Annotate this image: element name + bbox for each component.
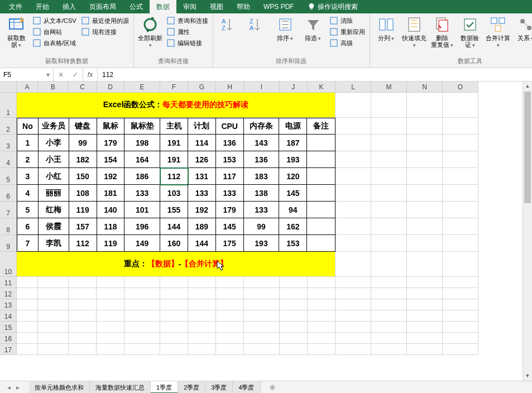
cell-A9[interactable]: 7 (17, 235, 39, 251)
name-box[interactable]: F5 ▾ (0, 68, 54, 81)
cell-B14[interactable] (38, 310, 69, 322)
cell-N17[interactable] (407, 344, 443, 355)
sheet-tab-海量数据快速汇总[interactable]: 海量数据快速汇总 (90, 381, 151, 394)
cell-O3[interactable] (443, 135, 478, 151)
cell-L5[interactable] (336, 168, 371, 185)
cell-L17[interactable] (336, 344, 371, 355)
cell-D4[interactable]: 154 (97, 151, 125, 168)
cell-L9[interactable] (336, 235, 371, 252)
cell-C15[interactable] (69, 322, 97, 333)
cell-K7[interactable] (307, 202, 335, 218)
row-header-2[interactable]: 2 (0, 118, 17, 135)
cell-K17[interactable] (308, 344, 336, 355)
cell-B9[interactable]: 李凯 (39, 235, 69, 251)
cell-B7[interactable]: 红梅 (39, 202, 69, 218)
cell-J3[interactable]: 187 (279, 135, 307, 151)
cell-G5[interactable]: 131 (188, 168, 216, 185)
col-header-B[interactable]: B (38, 82, 69, 93)
ribbon-btn-自网站[interactable]: 自网站 (31, 27, 78, 37)
cell-H15[interactable] (216, 322, 244, 333)
cell-C5[interactable]: 150 (69, 168, 97, 185)
cell-E5[interactable]: 186 (124, 168, 160, 185)
col-header-O[interactable]: O (443, 82, 478, 93)
cell-G13[interactable] (188, 299, 216, 310)
cell-A13[interactable] (17, 299, 38, 310)
cell-L14[interactable] (336, 310, 371, 322)
row-header-11[interactable]: 11 (0, 277, 17, 288)
cell-F9[interactable]: 160 (160, 235, 188, 251)
col-header-C[interactable]: C (69, 82, 97, 93)
cell-C12[interactable] (69, 288, 97, 299)
cell-N5[interactable] (407, 168, 443, 185)
cell-A15[interactable] (17, 322, 38, 333)
cell-N15[interactable] (407, 322, 443, 333)
ribbon-btn-合并计算[interactable]: 合并计算▾ (485, 16, 511, 49)
col-header-H[interactable]: H (216, 82, 244, 93)
cell-J9[interactable]: 153 (279, 235, 307, 251)
cell-O11[interactable] (443, 277, 478, 288)
cell-B8[interactable]: 侯霞 (39, 218, 69, 235)
cell-B15[interactable] (38, 322, 69, 333)
cell-N16[interactable] (407, 333, 443, 344)
scroll-up-arrow[interactable]: ▲ (523, 82, 532, 91)
ribbon-btn-自表格/区域[interactable]: 自表格/区域 (31, 38, 78, 48)
cell-E13[interactable] (124, 299, 160, 310)
cell-E12[interactable] (124, 288, 160, 299)
cancel-button[interactable]: ✕ (54, 71, 68, 79)
cell-D13[interactable] (97, 299, 124, 310)
cell-D3[interactable]: 179 (97, 135, 125, 151)
cell-D6[interactable]: 181 (97, 185, 125, 202)
formula-input[interactable]: 112 (98, 68, 532, 81)
cell-O17[interactable] (443, 344, 478, 355)
cell-M12[interactable] (371, 288, 407, 299)
cell-L15[interactable] (336, 322, 371, 333)
cell-N10[interactable] (407, 252, 443, 277)
cell-I17[interactable] (244, 344, 280, 355)
cell-N4[interactable] (407, 151, 443, 168)
cell-O9[interactable] (443, 235, 478, 252)
col-header-L[interactable]: L (336, 82, 371, 93)
cell-G3[interactable]: 114 (188, 135, 216, 151)
cell-H8[interactable]: 145 (216, 218, 244, 235)
cell-K11[interactable] (308, 277, 336, 288)
table-header-No[interactable]: No (17, 118, 39, 134)
menu-tab-帮助[interactable]: 帮助 (230, 0, 257, 13)
ribbon-btn-分列[interactable]: 分列▾ (373, 16, 399, 42)
cell-G8[interactable]: 189 (188, 218, 216, 235)
cell-O8[interactable] (443, 218, 478, 235)
menu-tab-插入[interactable]: 插入 (56, 0, 83, 13)
cell-L3[interactable] (336, 135, 371, 151)
cell-C4[interactable]: 182 (69, 151, 97, 168)
cell-N2[interactable] (407, 118, 443, 135)
cell-M11[interactable] (371, 277, 407, 288)
cell-C7[interactable]: 119 (69, 202, 97, 218)
cell-G4[interactable]: 126 (188, 151, 216, 168)
col-header-G[interactable]: G (188, 82, 216, 93)
ribbon-btn-排序[interactable]: 排序▾ (272, 16, 298, 42)
cell-A6[interactable]: 4 (17, 185, 39, 202)
cell-G12[interactable] (188, 288, 216, 299)
row-header-1[interactable]: 1 (0, 93, 17, 118)
cell-C3[interactable]: 99 (69, 135, 97, 151)
col-header-N[interactable]: N (407, 82, 443, 93)
col-header-J[interactable]: J (280, 82, 308, 93)
sheet-tab-2季度[interactable]: 2季度 (178, 381, 205, 394)
cell-M6[interactable] (371, 185, 407, 202)
row-header-17[interactable]: 17 (0, 344, 17, 355)
table-header-内存条[interactable]: 内存条 (244, 118, 280, 134)
cell-E8[interactable]: 196 (124, 218, 160, 235)
sheet-tab-3季度[interactable]: 3季度 (205, 381, 233, 394)
cell-N6[interactable] (407, 185, 443, 202)
col-header-I[interactable]: I (244, 82, 280, 93)
cell-M4[interactable] (371, 151, 407, 168)
menu-tab-文件[interactable]: 文件 (2, 0, 29, 13)
cell-L4[interactable] (336, 151, 371, 168)
ribbon-btn-查询和连接[interactable]: 查询和连接 (165, 16, 209, 26)
cell-D11[interactable] (97, 277, 124, 288)
cell-B5[interactable]: 小红 (39, 168, 69, 185)
cell-J13[interactable] (280, 299, 308, 310)
sheet-tab-按单元格颜色求和[interactable]: 按单元格颜色求和 (29, 381, 90, 394)
cell-M14[interactable] (371, 310, 407, 322)
cell-D16[interactable] (97, 333, 124, 344)
cell-J16[interactable] (280, 333, 308, 344)
